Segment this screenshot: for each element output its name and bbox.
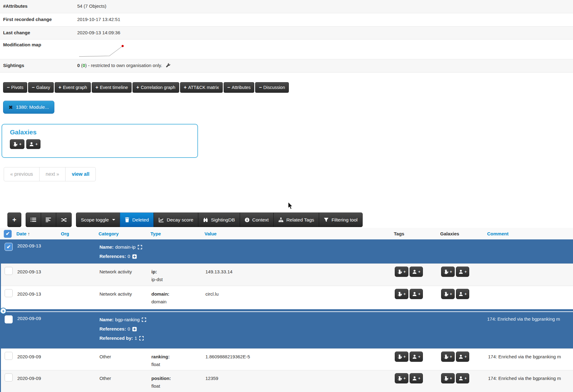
quick-add-attribute-button[interactable]: + (0, 308, 6, 314)
header-tags: Tags (388, 231, 435, 236)
expand-icon[interactable] (138, 245, 142, 249)
object-date: 2020-09-09 (15, 312, 60, 348)
plus-icon: + (465, 355, 467, 359)
add-global-galaxy-button[interactable]: + (441, 352, 455, 362)
related-tags-button[interactable]: Related Tags (273, 213, 319, 227)
add-attribute-button[interactable]: + (7, 213, 21, 227)
add-global-tag-button[interactable]: + (395, 352, 408, 362)
sightingdb-button[interactable]: SightingDB (198, 213, 240, 227)
add-local-galaxy-button[interactable]: + (26, 139, 41, 149)
add-global-tag-button[interactable]: + (395, 267, 408, 277)
add-local-galaxy-button[interactable]: + (456, 352, 470, 362)
next-page-button[interactable]: next » (40, 167, 66, 181)
misp-event-view: #Attributes 54 (7 Objects) First recorde… (0, 0, 573, 392)
add-global-galaxy-button[interactable]: + (441, 289, 455, 299)
header-label: Value (204, 231, 217, 236)
attribute-row-ip[interactable]: 2020-09-13 Network activity ip: ip-dst 1… (1, 263, 573, 286)
add-global-galaxy-button[interactable]: + (441, 267, 455, 277)
add-local-tag-button[interactable]: + (410, 267, 423, 277)
previous-page-button[interactable]: « previous (4, 167, 40, 181)
sort-by-org-link[interactable]: Org (61, 231, 69, 236)
toggle-label: Discussion (263, 85, 285, 90)
person-icon (412, 376, 417, 381)
add-local-tag-button[interactable]: + (410, 289, 423, 299)
add-global-galaxy-button[interactable]: + (10, 139, 24, 149)
info-row-first-change: First recorded change 2019-10-17 13:42:5… (0, 13, 573, 27)
info-label: Last change (0, 30, 77, 35)
toggle-attributes[interactable]: −Attributes (224, 82, 255, 93)
object-header-row[interactable]: 2020-09-09 Name:bgp-ranking References:0… (1, 312, 573, 348)
object-header-row[interactable]: ✔ 2020-09-13 Name:domain-ip References:0 (1, 239, 573, 263)
add-local-galaxy-button[interactable]: + (456, 373, 470, 383)
sort-by-type-link[interactable]: Type (150, 231, 161, 236)
add-local-tag-button[interactable]: + (410, 373, 423, 383)
attr-tags-cell: + + (389, 264, 436, 286)
toggle-attack-matrix[interactable]: +ATT&CK matrix (180, 82, 223, 93)
advanced-sightings-icon[interactable] (166, 63, 171, 68)
add-local-galaxy-button[interactable]: + (456, 267, 470, 277)
globe-icon (13, 142, 18, 147)
list-view-button[interactable] (26, 213, 41, 227)
object-org (60, 239, 97, 263)
sort-by-date-link[interactable]: Date (16, 231, 27, 236)
object-checkbox[interactable]: ✔ (5, 243, 13, 251)
object-checkbox[interactable] (5, 315, 13, 323)
globe-icon (397, 376, 402, 381)
decay-score-button[interactable]: Decay score (154, 213, 198, 227)
globe-icon (397, 354, 402, 359)
add-local-galaxy-button[interactable]: + (456, 289, 470, 299)
attribute-checkbox[interactable] (5, 352, 13, 360)
filtering-tool-button[interactable]: Filtering tool (319, 213, 362, 227)
add-reference-icon[interactable] (132, 254, 137, 259)
attribute-row-domain[interactable]: 2020-09-13 Network activity domain: doma… (1, 286, 573, 309)
add-global-tag-button[interactable]: + (395, 289, 408, 299)
toggle-event-timeline[interactable]: +Event timeline (92, 82, 132, 93)
pivot-button[interactable]: ✖ 1380: Module... (3, 101, 54, 114)
attribute-checkbox[interactable] (5, 373, 13, 381)
person-icon (412, 269, 417, 274)
select-all-checkbox[interactable]: ✔ (4, 230, 12, 238)
attr-org (60, 349, 97, 370)
shuffle-button[interactable] (56, 213, 72, 227)
object-name: domain-ip (115, 244, 136, 250)
globe-icon (444, 269, 449, 274)
scope-toggle-button[interactable]: Scope toggle (76, 213, 120, 227)
context-button[interactable]: Context (240, 213, 274, 227)
expand-icon[interactable] (142, 318, 146, 322)
name-label: Name: (99, 244, 114, 250)
toggle-correlation-graph[interactable]: +Correlation graph (133, 82, 179, 93)
toggle-event-graph[interactable]: +Event graph (55, 82, 91, 93)
attribute-checkbox[interactable] (5, 267, 13, 275)
toggle-galaxy[interactable]: −Galaxy (28, 82, 54, 93)
sitemap-icon (278, 217, 284, 222)
object-comment: 174: Enriched via the bgpranking m (482, 312, 573, 348)
add-global-galaxy-button[interactable]: + (441, 373, 455, 383)
mass-edit-button[interactable] (41, 213, 56, 227)
header-value: Value (202, 231, 388, 236)
close-icon[interactable]: ✖ (9, 104, 13, 110)
attribute-row-position[interactable]: 2020-09-09 Other position: float 12359 +… (1, 370, 573, 392)
view-all-button[interactable]: view all (65, 167, 95, 181)
checkbox-cell (1, 264, 15, 286)
sort-by-value-link[interactable]: Value (204, 231, 217, 236)
object-info: Name:domain-ip References:0 (97, 239, 482, 263)
sort-by-comment-link[interactable]: Comment (487, 231, 508, 236)
toggle-discussion[interactable]: −Discussion (255, 82, 289, 93)
attr-date: 2020-09-09 (15, 349, 60, 370)
toggle-pivots[interactable]: −Pivots (3, 82, 27, 93)
sort-by-category-link[interactable]: Category (99, 231, 119, 236)
plus-icon: + (403, 355, 406, 359)
expand-icon[interactable] (139, 336, 144, 340)
add-global-tag-button[interactable]: + (395, 373, 408, 383)
align-left-icon (46, 217, 51, 222)
attr-value: 1.8609888219362E-5 (203, 349, 389, 370)
deleted-filter-button[interactable]: Deleted (120, 213, 154, 227)
attribute-row-ranking[interactable]: 2020-09-09 Other ranking: float 1.860988… (1, 348, 573, 370)
attribute-toolbar: + Scope toggle Deleted Decay score Sight… (7, 213, 573, 227)
add-reference-icon[interactable] (132, 327, 137, 331)
add-local-tag-button[interactable]: + (410, 352, 423, 362)
attribute-checkbox[interactable] (5, 289, 13, 297)
person-icon (412, 292, 417, 297)
plus-icon: + (403, 292, 406, 296)
minus-icon: − (259, 85, 262, 90)
